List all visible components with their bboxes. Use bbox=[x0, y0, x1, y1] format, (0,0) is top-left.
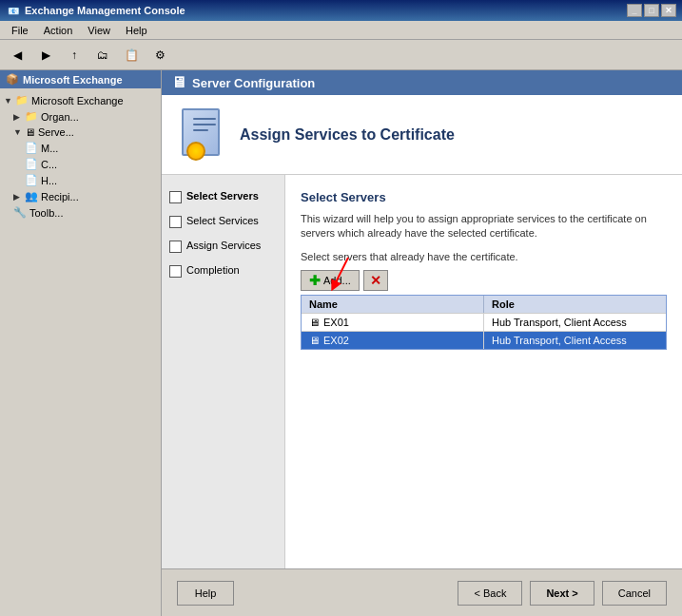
wizard-container: Assign Services to Certificate Select Se… bbox=[162, 95, 682, 616]
step-label-3: Completion bbox=[186, 264, 240, 276]
toolbar-back-button[interactable]: ◀ bbox=[4, 43, 30, 67]
next-button[interactable]: Next > bbox=[530, 581, 594, 606]
maximize-button[interactable]: □ bbox=[644, 4, 659, 17]
menu-view[interactable]: View bbox=[80, 23, 118, 38]
wizard-footer: Help < Back Next > Cancel bbox=[162, 568, 682, 616]
nav-item-c[interactable]: 📄 C... bbox=[0, 156, 161, 172]
title-bar-controls: _ □ ✕ bbox=[627, 4, 676, 17]
table-header: Name Role bbox=[302, 296, 666, 313]
folder-icon-m: 📄 bbox=[25, 142, 38, 154]
row1-name: 🖥 EX02 bbox=[302, 332, 484, 349]
toolbar-forward-button[interactable]: ▶ bbox=[32, 43, 59, 67]
folder-icon-toolb: 🔧 bbox=[13, 206, 27, 219]
footer-left: Help bbox=[177, 581, 234, 606]
nav-item-server[interactable]: ▼ 🖥 Serve... bbox=[0, 125, 161, 140]
toolbar-btn1[interactable]: 🗂 bbox=[89, 43, 116, 67]
content-header-label: Server Configuration bbox=[192, 76, 315, 90]
close-button[interactable]: ✕ bbox=[661, 4, 676, 17]
add-icon: ✚ bbox=[309, 273, 321, 288]
row0-name: 🖥 EX01 bbox=[302, 314, 484, 331]
app-title: Exchange Management Console bbox=[25, 5, 185, 16]
server-icon-1: 🖥 bbox=[309, 335, 320, 346]
steps-sidebar: Select Servers Select Services Assign Se… bbox=[162, 175, 285, 568]
app-icon: 📧 bbox=[6, 3, 21, 18]
toolbar-up-button[interactable]: ↑ bbox=[61, 43, 88, 67]
wizard-header: Assign Services to Certificate bbox=[162, 95, 682, 175]
nav-item-h[interactable]: 📄 H... bbox=[0, 172, 161, 188]
folder-icon-h: 📄 bbox=[25, 174, 38, 186]
wizard-section-title: Select Servers bbox=[301, 190, 667, 204]
nav-item-organ[interactable]: ▶ 📁 Organ... bbox=[0, 108, 161, 125]
step-completion[interactable]: Completion bbox=[162, 259, 284, 283]
step-select-servers[interactable]: Select Servers bbox=[162, 184, 284, 209]
wizard-main: Select Servers This wizard will help you… bbox=[285, 175, 682, 568]
wizard-toolbar: ✚ Add... ✕ bbox=[301, 270, 667, 291]
wizard-title: Assign Services to Certificate bbox=[240, 126, 455, 144]
nav-item-server-label: Serve... bbox=[38, 126, 74, 138]
wizard-body: Select Servers Select Services Assign Se… bbox=[162, 175, 682, 568]
nav-item-c-label: C... bbox=[41, 159, 57, 170]
expand-icon-recipi: ▶ bbox=[13, 192, 25, 202]
wizard-cert-icon bbox=[177, 108, 224, 161]
step-checkbox-2 bbox=[169, 241, 182, 253]
toolbar-btn2[interactable]: 📋 bbox=[118, 43, 145, 67]
row0-role: Hub Transport, Client Access bbox=[484, 314, 666, 331]
back-button[interactable]: < Back bbox=[458, 581, 522, 606]
remove-button[interactable]: ✕ bbox=[363, 270, 388, 291]
expand-icon-server: ▼ bbox=[13, 127, 25, 137]
nav-item-exchange[interactable]: ▼ 📁 Microsoft Exchange bbox=[0, 92, 161, 108]
folder-icon-recipi: 👥 bbox=[25, 190, 38, 202]
row1-role: Hub Transport, Client Access bbox=[484, 332, 666, 349]
nav-item-recipi-label: Recipi... bbox=[41, 191, 79, 202]
toolbar-btn3[interactable]: ⚙ bbox=[146, 43, 173, 67]
folder-icon-organ: 📁 bbox=[25, 110, 38, 123]
server-table: Name Role 🖥 EX01 Hub Transport, Client A… bbox=[301, 295, 667, 350]
cancel-button[interactable]: Cancel bbox=[602, 581, 667, 606]
remove-icon: ✕ bbox=[370, 273, 381, 288]
step-checkbox-1 bbox=[169, 216, 182, 228]
nav-header-label: Microsoft Exchange bbox=[23, 74, 123, 86]
step-checkbox-0 bbox=[169, 191, 182, 203]
nav-item-h-label: H... bbox=[41, 175, 57, 186]
col-name: Name bbox=[302, 296, 484, 313]
minimize-button[interactable]: _ bbox=[627, 4, 642, 17]
nav-item-toolb[interactable]: 🔧 Toolb... bbox=[0, 204, 161, 221]
step-label-2: Assign Services bbox=[186, 240, 261, 251]
nav-item-toolb-label: Toolb... bbox=[29, 207, 63, 219]
folder-icon-server: 🖥 bbox=[25, 126, 35, 138]
wizard-sub-label: Select servers that already have the cer… bbox=[301, 251, 667, 262]
folder-icon: 📁 bbox=[15, 94, 29, 106]
menu-help[interactable]: Help bbox=[118, 23, 155, 38]
left-nav: 📦 Microsoft Exchange ▼ 📁 Microsoft Excha… bbox=[0, 70, 162, 616]
step-select-services[interactable]: Select Services bbox=[162, 209, 284, 234]
folder-icon-c: 📄 bbox=[25, 158, 38, 170]
table-row-selected[interactable]: 🖥 EX02 Hub Transport, Client Access bbox=[302, 331, 666, 349]
content-header: 🖥 Server Configuration bbox=[162, 70, 682, 95]
step-label-0: Select Servers bbox=[186, 190, 259, 202]
server-icon-0: 🖥 bbox=[309, 317, 320, 328]
nav-header: 📦 Microsoft Exchange bbox=[0, 70, 161, 88]
toolbar: ◀ ▶ ↑ 🗂 📋 ⚙ bbox=[0, 40, 682, 70]
title-bar: 📧 Exchange Management Console _ □ ✕ bbox=[0, 0, 682, 21]
col-role: Role bbox=[484, 296, 666, 313]
nav-item-m[interactable]: 📄 M... bbox=[0, 140, 161, 156]
nav-tree: ▼ 📁 Microsoft Exchange ▶ 📁 Organ... ▼ 🖥 … bbox=[0, 88, 161, 224]
help-button[interactable]: Help bbox=[177, 581, 234, 606]
menu-bar: File Action View Help bbox=[0, 21, 682, 40]
table-row[interactable]: 🖥 EX01 Hub Transport, Client Access bbox=[302, 313, 666, 331]
main-layout: 📦 Microsoft Exchange ▼ 📁 Microsoft Excha… bbox=[0, 70, 682, 616]
nav-item-organ-label: Organ... bbox=[41, 111, 79, 123]
nav-item-recipi[interactable]: ▶ 👥 Recipi... bbox=[0, 188, 161, 204]
wizard-description: This wizard will help you to assign appr… bbox=[301, 212, 667, 241]
expand-icon: ▼ bbox=[4, 96, 15, 106]
table-body: 🖥 EX01 Hub Transport, Client Access 🖥 EX… bbox=[302, 313, 666, 349]
expand-icon-organ: ▶ bbox=[13, 112, 25, 122]
menu-file[interactable]: File bbox=[4, 23, 36, 38]
menu-action[interactable]: Action bbox=[36, 23, 81, 38]
add-button[interactable]: ✚ Add... bbox=[301, 270, 360, 291]
right-content: 🖥 Server Configuration Assign Se bbox=[162, 70, 682, 616]
content-header-icon: 🖥 bbox=[171, 74, 186, 91]
footer-right: < Back Next > Cancel bbox=[458, 581, 667, 606]
step-assign-services[interactable]: Assign Services bbox=[162, 234, 284, 259]
nav-item-exchange-label: Microsoft Exchange bbox=[31, 95, 124, 106]
